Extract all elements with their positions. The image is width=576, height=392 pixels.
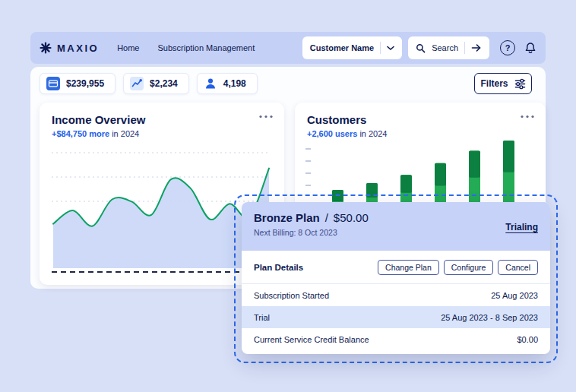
plan-action-buttons: Change Plan Configure Cancel xyxy=(378,260,538,275)
search-icon xyxy=(416,43,426,53)
income-card-title: Income Overview xyxy=(52,113,272,126)
plan-modal-header: Bronze Plan / $50.00 Next Billing: 8 Oct… xyxy=(242,202,550,251)
filters-button[interactable]: Filters xyxy=(474,73,532,94)
configure-button[interactable]: Configure xyxy=(444,260,494,275)
stat-chip-users: 4,198 xyxy=(197,73,258,94)
row-label: Subscription Started xyxy=(254,291,329,300)
bell-icon xyxy=(524,42,536,55)
row-label: Current Service Credit Balance xyxy=(254,335,369,344)
notifications-button[interactable] xyxy=(524,42,536,55)
stat-chip-mrr: $2,234 xyxy=(123,73,189,94)
plan-details-row: Plan Details Change Plan Configure Cance… xyxy=(242,251,550,284)
filters-label: Filters xyxy=(480,78,508,89)
trial-row: Trial 25 Aug 2023 - 8 Sep 2023 xyxy=(242,306,550,328)
sliders-icon xyxy=(514,78,526,90)
brand-name: MAXIO xyxy=(57,43,99,54)
user-icon xyxy=(204,77,217,90)
customers-card-menu-button[interactable] xyxy=(520,115,535,119)
cancel-button[interactable]: Cancel xyxy=(498,260,538,275)
income-chart xyxy=(52,147,272,274)
top-navbar: MAXIO Home Subscription Management Custo… xyxy=(30,32,546,64)
help-button[interactable]: ? xyxy=(500,40,515,55)
row-label: Trial xyxy=(254,313,270,322)
income-card-menu-button[interactable] xyxy=(258,115,274,119)
plan-price-separator: / xyxy=(325,211,328,224)
stat-chip-revenue: $239,955 xyxy=(40,73,116,94)
search-label: Search xyxy=(432,43,458,52)
plan-price: $50.00 xyxy=(334,211,369,224)
stat-value: $2,234 xyxy=(150,78,178,89)
maxio-brand[interactable]: MAXIO xyxy=(40,42,99,54)
credit-card-icon xyxy=(46,77,60,90)
question-mark-icon: ? xyxy=(505,43,511,52)
credit-balance-row: Current Service Credit Balance $0.00 xyxy=(242,328,550,350)
change-plan-button[interactable]: Change Plan xyxy=(378,260,439,275)
income-card-subtitle: +$84,750 morein 2024 xyxy=(52,129,272,138)
customer-dropdown-label: Customer Name xyxy=(310,43,374,52)
subscription-started-row: Subscription Started 25 Aug 2023 xyxy=(242,284,550,306)
plan-name: Bronze Plan xyxy=(254,211,320,224)
income-suffix: in 2024 xyxy=(112,129,139,138)
maxio-logo-icon xyxy=(40,42,52,54)
plan-title-line: Bronze Plan / $50.00 xyxy=(254,211,538,224)
dropdown-divider xyxy=(380,42,381,54)
trialing-status-link[interactable]: Trialing xyxy=(505,222,538,232)
nav-item-home[interactable]: Home xyxy=(117,43,139,52)
next-billing-text: Next Billing: 8 Oct 2023 xyxy=(254,228,538,237)
subscription-plan-modal: Bronze Plan / $50.00 Next Billing: 8 Oct… xyxy=(242,202,550,354)
trend-line-icon xyxy=(130,77,144,90)
ellipsis-icon xyxy=(258,115,274,119)
stats-row: $239,955 $2,234 4,198 xyxy=(40,73,258,94)
income-highlight: +$84,750 more xyxy=(52,129,109,138)
row-value: $0.00 xyxy=(517,335,538,344)
stat-value: 4,198 xyxy=(223,78,246,89)
nav-item-subscription-management[interactable]: Subscription Management xyxy=(157,43,255,52)
chevron-down-icon xyxy=(387,45,394,51)
search-button[interactable]: Search xyxy=(408,36,489,59)
ellipsis-icon xyxy=(520,115,535,119)
customers-card-title: Customers xyxy=(307,113,533,126)
row-value: 25 Aug 2023 xyxy=(491,291,538,300)
row-value: 25 Aug 2023 - 8 Sep 2023 xyxy=(441,313,538,322)
plan-details-label: Plan Details xyxy=(254,263,303,272)
search-divider xyxy=(464,42,465,54)
customer-name-dropdown[interactable]: Customer Name xyxy=(302,36,402,59)
arrow-right-icon xyxy=(471,43,482,52)
stat-value: $239,955 xyxy=(66,78,104,89)
